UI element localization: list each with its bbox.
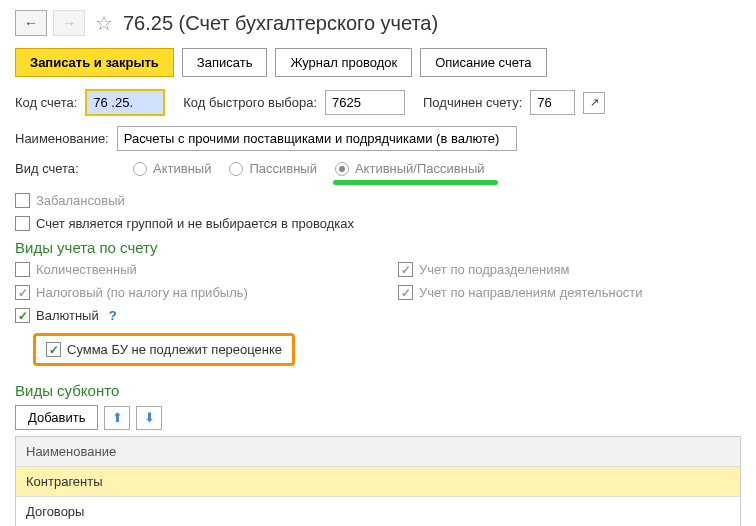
divisions-checkbox[interactable] bbox=[398, 262, 413, 277]
parent-input[interactable] bbox=[530, 90, 575, 115]
divisions-label: Учет по подразделениям bbox=[419, 262, 569, 277]
table-row[interactable]: Контрагенты bbox=[16, 467, 740, 497]
currency-label: Валютный bbox=[36, 308, 99, 323]
highlighted-option: Сумма БУ не подлежит переоценке bbox=[33, 333, 295, 366]
no-reval-checkbox[interactable] bbox=[46, 342, 61, 357]
tax-label: Налоговый (по налогу на прибыль) bbox=[36, 285, 248, 300]
move-up-button[interactable]: ⬆ bbox=[104, 406, 130, 430]
back-button[interactable]: ← bbox=[15, 10, 47, 36]
directions-checkbox[interactable] bbox=[398, 285, 413, 300]
no-reval-label: Сумма БУ не подлежит переоценке bbox=[67, 342, 282, 357]
subkonto-section: Виды субконто bbox=[15, 382, 741, 399]
directions-label: Учет по направлениям деятельности bbox=[419, 285, 643, 300]
save-button[interactable]: Записать bbox=[182, 48, 268, 77]
subkonto-table: Наименование Контрагенты Договоры bbox=[15, 436, 741, 526]
highlight-underline bbox=[333, 180, 498, 185]
save-and-close-button[interactable]: Записать и закрыть bbox=[15, 48, 174, 77]
tax-checkbox[interactable] bbox=[15, 285, 30, 300]
move-down-button[interactable]: ⬇ bbox=[136, 406, 162, 430]
qty-checkbox[interactable] bbox=[15, 262, 30, 277]
offbalance-label: Забалансовый bbox=[36, 193, 125, 208]
offbalance-checkbox[interactable] bbox=[15, 193, 30, 208]
name-label: Наименование: bbox=[15, 131, 109, 146]
is-group-checkbox[interactable] bbox=[15, 216, 30, 231]
radio-active-passive[interactable]: Активный/Пассивный bbox=[335, 161, 485, 176]
name-input[interactable] bbox=[117, 126, 517, 151]
favorite-star-icon[interactable]: ☆ bbox=[95, 11, 113, 35]
parent-label: Подчинен счету: bbox=[423, 95, 522, 110]
table-row[interactable]: Договоры bbox=[16, 497, 740, 526]
quick-code-label: Код быстрого выбора: bbox=[183, 95, 317, 110]
radio-icon bbox=[229, 162, 243, 176]
code-label: Код счета: bbox=[15, 95, 77, 110]
currency-checkbox[interactable] bbox=[15, 308, 30, 323]
forward-button[interactable]: → bbox=[53, 10, 85, 36]
open-parent-button[interactable]: ↗ bbox=[583, 92, 605, 114]
description-button[interactable]: Описание счета bbox=[420, 48, 546, 77]
radio-active[interactable]: Активный bbox=[133, 161, 211, 176]
radio-icon bbox=[335, 162, 349, 176]
accounting-types-section: Виды учета по счету bbox=[15, 239, 741, 256]
journal-button[interactable]: Журнал проводок bbox=[275, 48, 412, 77]
help-icon[interactable]: ? bbox=[109, 308, 117, 323]
is-group-label: Счет является группой и не выбирается в … bbox=[36, 216, 354, 231]
code-input[interactable] bbox=[85, 89, 165, 116]
quick-code-input[interactable] bbox=[325, 90, 405, 115]
radio-passive[interactable]: Пассивный bbox=[229, 161, 317, 176]
account-type-label: Вид счета: bbox=[15, 161, 115, 176]
add-subkonto-button[interactable]: Добавить bbox=[15, 405, 98, 430]
radio-icon bbox=[133, 162, 147, 176]
page-title: 76.25 (Счет бухгалтерского учета) bbox=[123, 12, 438, 35]
qty-label: Количественный bbox=[36, 262, 137, 277]
table-header: Наименование bbox=[16, 437, 740, 467]
